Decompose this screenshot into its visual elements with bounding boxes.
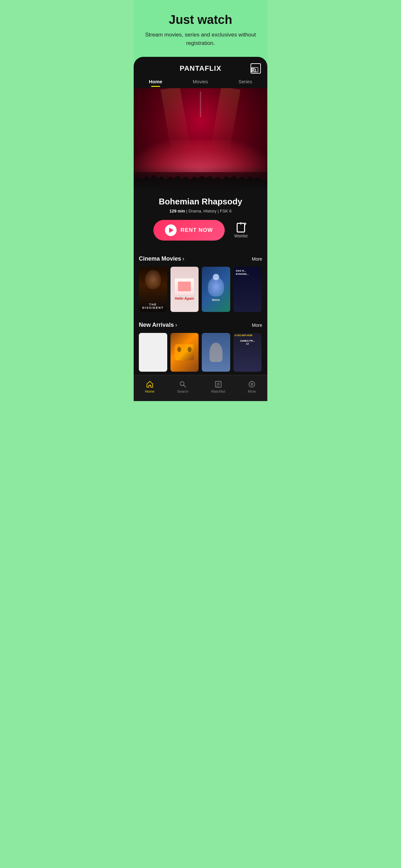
play-circle — [165, 224, 177, 236]
featured-banner — [134, 88, 267, 191]
wishlist-label: Wishlist — [235, 234, 248, 238]
app-header: PANTAFLIX — [134, 57, 267, 73]
dissident-title: THE DISSIDENT — [139, 303, 167, 309]
cake-decor — [178, 282, 191, 291]
featured-actions: RENT NOW Wishlist — [140, 220, 261, 241]
section-title-group: Cinema Movies › — [139, 255, 184, 262]
wishlist-icon — [236, 222, 245, 232]
watchlist-icon — [214, 380, 222, 388]
svg-line-6 — [183, 385, 186, 388]
featured-info: Bohemian Rhapsody 129 min | Drama, Histo… — [134, 191, 267, 249]
borat-figure — [210, 343, 222, 362]
cinema-movies-section: Cinema Movies › More THE DISSIDENT Hello… — [134, 249, 267, 315]
bottom-nav-search-label: Search — [177, 390, 189, 393]
raya-title: RAYA — [212, 299, 220, 302]
bottom-nav-watchlist[interactable]: Watchlist — [206, 379, 230, 395]
arrival-card-tiger[interactable] — [171, 333, 199, 372]
borat-bg — [202, 333, 230, 372]
arrival-white-poster — [139, 333, 167, 372]
svg-rect-2 — [237, 223, 245, 232]
bottom-nav-search[interactable]: Search — [172, 379, 194, 395]
movie-card-raya[interactable]: RAYA — [202, 267, 230, 312]
home-icon — [146, 380, 154, 388]
new-arrivals-title: New Arrivals — [139, 321, 174, 329]
raya-character — [208, 277, 224, 297]
arrival-tiger-poster — [171, 333, 199, 372]
arrival-borat-poster — [202, 333, 230, 372]
app-container: PANTAFLIX Home Movies Series — [134, 57, 267, 401]
cinema-movies-title: Cinema Movies — [139, 255, 181, 262]
featured-meta: 129 min | Drama, History | FSK 6 — [140, 209, 261, 213]
tiger-stripe-2 — [188, 347, 191, 352]
hello-title: Hello Again — [175, 297, 194, 300]
hero-subtitle: Stream movies, series and exclusives wit… — [140, 31, 261, 47]
dark-text: DAS N...EVANGE... — [234, 267, 262, 279]
play-icon — [169, 228, 174, 233]
bottom-nav-home[interactable]: Home — [140, 379, 159, 395]
tiger-stripe-1 — [177, 347, 181, 352]
hello-cake — [175, 278, 194, 294]
app-nav: Home Movies Series — [134, 73, 267, 88]
banner-fade — [134, 166, 267, 191]
new-arrivals-arrow[interactable]: › — [175, 321, 177, 329]
raya-head — [213, 274, 219, 280]
new-arrivals-more[interactable]: More — [252, 322, 262, 328]
nav-movies[interactable]: Movies — [186, 78, 215, 86]
arrival-card-borat[interactable] — [202, 333, 230, 372]
movie-card-hello[interactable]: Hello Again — [171, 267, 199, 312]
rent-label: RENT NOW — [181, 227, 213, 234]
bottom-nav-more-label: More — [248, 390, 256, 393]
arrival-card-white[interactable] — [139, 333, 167, 372]
nav-home[interactable]: Home — [143, 78, 169, 86]
new-arrivals-title-group: New Arrivals › — [139, 321, 177, 329]
nav-series[interactable]: Series — [232, 78, 258, 86]
poster-dissident: THE DISSIDENT — [139, 267, 167, 312]
cinema-movies-more[interactable]: More — [252, 256, 262, 261]
microphone-stand — [200, 91, 201, 117]
svg-rect-7 — [215, 381, 221, 387]
dissident-portrait — [145, 270, 161, 289]
cinema-movies-row: THE DISSIDENT Hello Again RAYA — [139, 267, 262, 312]
cinema-movies-header: Cinema Movies › More — [139, 255, 262, 262]
svg-rect-0 — [251, 67, 258, 72]
bottom-nav-more[interactable]: More — [243, 379, 261, 395]
app-logo: PANTAFLIX — [180, 64, 221, 73]
svg-point-1 — [251, 71, 252, 72]
new-arrivals-section: New Arrivals › More — [134, 315, 267, 375]
bottom-nav-watchlist-label: Watchlist — [211, 390, 225, 393]
arrival-card-james[interactable]: 6 OSCAR®-NOM JAMES FR...12 — [234, 333, 262, 372]
new-arrivals-header: New Arrivals › More — [139, 321, 262, 329]
tiger-face — [175, 344, 194, 361]
hero-title: Just watch — [140, 13, 261, 27]
poster-dark: DAS N...EVANGE... — [234, 267, 262, 312]
new-arrivals-row: 6 OSCAR®-NOM JAMES FR...12 — [139, 333, 262, 372]
wishlist-button[interactable]: Wishlist — [235, 222, 248, 238]
arrival-james-poster: 6 OSCAR®-NOM JAMES FR...12 — [234, 333, 262, 372]
poster-raya: RAYA — [202, 267, 230, 312]
cast-button[interactable] — [251, 63, 261, 73]
oscar-badge: 6 OSCAR®-NOM — [235, 334, 252, 337]
bottom-nav: Home Search Watchlist — [134, 375, 267, 401]
search-icon — [179, 380, 187, 388]
bottom-nav-home-label: Home — [145, 390, 154, 393]
movie-card-dissident[interactable]: THE DISSIDENT — [139, 267, 167, 312]
more-icon — [248, 380, 256, 388]
cinema-movies-arrow[interactable]: › — [182, 255, 184, 262]
featured-title: Bohemian Rhapsody — [140, 197, 261, 207]
poster-hello: Hello Again — [171, 267, 199, 312]
movie-card-dark[interactable]: DAS N...EVANGE... — [234, 267, 262, 312]
rent-now-button[interactable]: RENT NOW — [153, 220, 225, 241]
